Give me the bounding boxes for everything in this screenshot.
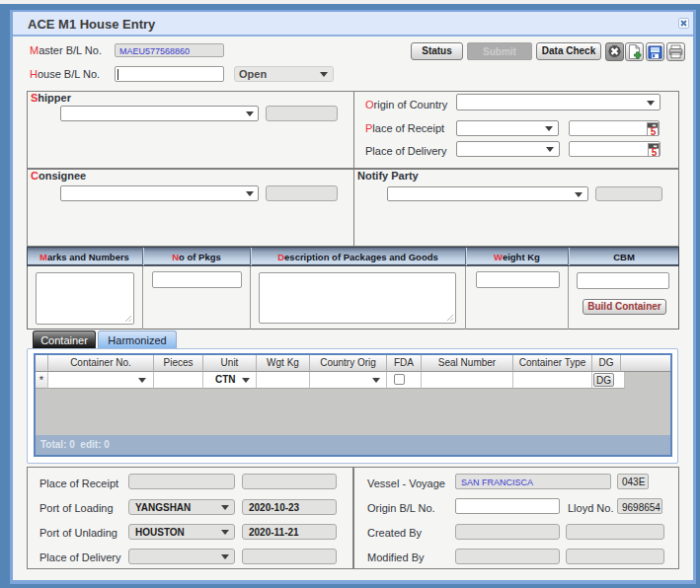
svg-text:5: 5: [651, 126, 657, 136]
svg-text:5: 5: [652, 147, 658, 157]
